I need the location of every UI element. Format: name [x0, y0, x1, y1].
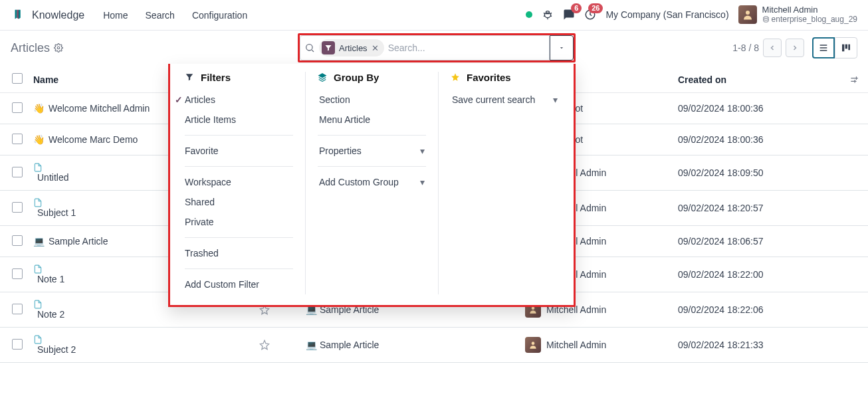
article-name: Welcome Marc Demo — [49, 134, 138, 145]
topbar: Knowledge Home Search Configuration 6 26… — [0, 0, 868, 31]
chevron-down-icon: ▾ — [553, 94, 558, 105]
user-menu[interactable]: Mitchell Admin enterprise_blog_aug_29 — [738, 5, 857, 25]
activities-badge: 26 — [588, 3, 603, 13]
article-name: Sample Article — [49, 236, 108, 247]
nav-configuration[interactable]: Configuration — [185, 6, 254, 25]
filter-workspace[interactable]: Workspace — [185, 172, 293, 192]
messages-badge: 6 — [571, 3, 582, 13]
groupby-section[interactable]: Section — [318, 90, 426, 110]
kanban-view-button[interactable] — [835, 37, 857, 58]
author-name: Mitchell Admin — [546, 340, 606, 350]
page-title: Articles — [11, 41, 63, 55]
article-icon — [33, 335, 249, 344]
chevron-down-icon: ▾ — [420, 146, 425, 156]
view-switcher — [812, 37, 857, 58]
avatar-icon — [738, 5, 757, 24]
search-input[interactable] — [388, 43, 545, 53]
favorite-star-icon[interactable] — [259, 340, 295, 350]
row-checkbox[interactable] — [12, 134, 23, 144]
filter-chip-label: Articles — [339, 43, 368, 53]
search-container: Articles ✕ — [298, 33, 576, 62]
filter-article-items[interactable]: Article Items — [185, 110, 293, 130]
filter-icon — [322, 41, 335, 54]
search-dropdown-toggle[interactable] — [550, 35, 574, 60]
layers-icon — [318, 72, 328, 83]
svg-rect-6 — [845, 45, 847, 49]
article-name: Note 1 — [37, 274, 64, 284]
user-avatar-icon — [525, 337, 541, 353]
messages-icon[interactable]: 6 — [563, 9, 575, 21]
chevron-down-icon: ▾ — [420, 177, 425, 187]
filter-shared[interactable]: Shared — [185, 192, 293, 212]
row-checkbox[interactable] — [12, 102, 23, 113]
svg-point-19 — [532, 342, 535, 345]
svg-point-3 — [57, 47, 60, 49]
pager-prev-button[interactable] — [763, 39, 782, 57]
list-view-button[interactable] — [812, 37, 835, 58]
nav-search[interactable]: Search — [139, 6, 181, 25]
pager-next-button[interactable] — [786, 39, 804, 57]
systray: 6 26 My Company (San Francisco) Mitchell… — [526, 5, 857, 25]
svg-rect-7 — [848, 45, 850, 51]
groupby-properties[interactable]: Properties ▾ — [318, 141, 426, 161]
adjust-columns-icon[interactable] — [849, 75, 863, 84]
row-checkbox[interactable] — [12, 167, 23, 177]
created-on: 09/02/2024 18:22:00 — [678, 269, 763, 280]
article-name: Subject 1 — [37, 207, 76, 218]
row-checkbox[interactable] — [12, 235, 23, 246]
search-bar[interactable]: Articles ✕ — [300, 35, 550, 60]
company-switcher[interactable]: My Company (San Francisco) — [605, 9, 728, 20]
filter-add-custom[interactable]: Add Custom Filter — [185, 274, 293, 294]
close-icon[interactable]: ✕ — [372, 43, 379, 53]
column-header-created[interactable]: Created on — [673, 66, 844, 93]
row-checkbox[interactable] — [12, 202, 23, 213]
article-name: Note 2 — [37, 309, 64, 320]
search-icon — [304, 43, 315, 53]
user-name: Mitchell Admin — [762, 5, 857, 15]
favorites-heading: Favorites — [451, 72, 559, 83]
filter-private[interactable]: Private — [185, 212, 293, 232]
app-logo-icon — [11, 7, 27, 23]
article-name: Subject 2 — [37, 344, 76, 355]
filter-favorite[interactable]: Favorite — [185, 141, 293, 161]
debug-icon[interactable] — [542, 9, 554, 21]
groupby-column: Group By Section Menu Article Properties… — [305, 72, 438, 294]
search-options-panel: Filters Articles Article Items Favorite … — [168, 64, 576, 307]
row-checkbox[interactable] — [12, 304, 23, 314]
article-name: Welcome Mitchell Admin — [49, 103, 150, 114]
svg-point-2 — [763, 17, 768, 19]
filters-heading: Filters — [185, 72, 293, 83]
row-checkbox[interactable] — [12, 268, 23, 279]
created-on: 09/02/2024 18:06:57 — [678, 236, 763, 247]
created-on: 09/02/2024 18:21:33 — [678, 340, 763, 350]
svg-point-4 — [306, 45, 312, 51]
presence-status-icon — [526, 11, 532, 18]
table-row[interactable]: Subject 2💻 Sample ArticleMitchell Admin0… — [0, 328, 868, 363]
created-on: 09/02/2024 18:09:50 — [678, 167, 763, 178]
pager: 1-8 / 8 — [732, 39, 804, 57]
database-name: enterprise_blog_aug_29 — [762, 15, 857, 25]
created-on: 09/02/2024 18:00:36 — [678, 134, 763, 145]
pager-text[interactable]: 1-8 / 8 — [732, 43, 759, 53]
filter-chip-articles: Articles ✕ — [319, 39, 384, 56]
filter-trashed[interactable]: Trashed — [185, 243, 293, 263]
row-checkbox[interactable] — [12, 339, 23, 350]
gear-icon[interactable] — [54, 43, 63, 52]
nav-home[interactable]: Home — [96, 6, 134, 25]
svg-rect-5 — [842, 45, 844, 52]
article-item-parent: 💻 Sample Article — [306, 340, 379, 350]
select-all-checkbox[interactable] — [12, 73, 23, 84]
created-on: 09/02/2024 18:00:36 — [678, 103, 763, 114]
activities-icon[interactable]: 26 — [584, 9, 596, 21]
filter-articles[interactable]: Articles — [185, 90, 293, 110]
groupby-menu-article[interactable]: Menu Article — [318, 110, 426, 130]
nav-items: Home Search Configuration — [96, 6, 254, 25]
article-name: Untitled — [37, 172, 68, 183]
app-title: Knowledge — [32, 9, 84, 21]
favorites-save-search[interactable]: Save current search ▾ — [451, 90, 559, 110]
star-icon — [451, 72, 461, 83]
created-on: 09/02/2024 18:22:06 — [678, 304, 763, 315]
groupby-add-custom[interactable]: Add Custom Group ▾ — [318, 172, 426, 192]
svg-point-18 — [532, 306, 535, 310]
article-icon: 👋 — [33, 103, 45, 114]
